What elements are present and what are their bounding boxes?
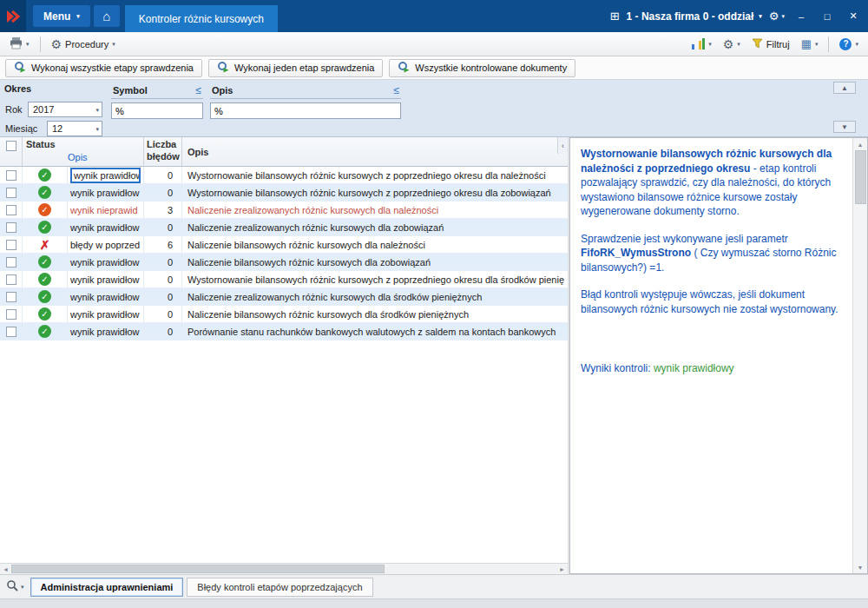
scroll-right-icon[interactable]: ► [556,566,568,572]
errors-cell: 3 [144,202,182,218]
tab-bledy-kontroli[interactable]: Błędy kontroli etapów poprzedzających [187,578,372,597]
maximize-button[interactable]: □ [818,7,837,26]
table-row[interactable]: błędy w poprzed 6 Naliczenie bilansowych… [0,236,568,254]
filter-button[interactable]: Filtruj [747,35,794,54]
procedury-button[interactable]: ⚙ Procedury ▾ [47,35,120,54]
chevron-down-icon: ▾ [708,41,712,47]
symbol-input[interactable] [111,102,203,119]
row-checkbox[interactable] [0,254,23,270]
opis-input[interactable] [210,102,401,119]
row-checkbox[interactable] [0,288,23,305]
grid-settings-button[interactable]: ⚙ ▾ [719,35,745,54]
apps-grid-icon[interactable]: ⊞ [610,10,620,23]
grid-header: Status Opis Liczba błędów Opis [0,137,568,167]
symbol-filter-group: Symbol ≤ [111,83,203,119]
row-checkbox[interactable] [0,236,23,253]
company-selector[interactable]: 1 - Nasza firma 0 - oddział ▾ [627,10,762,23]
row-checkbox[interactable] [0,323,23,340]
result-cell[interactable]: wynik prawidłow [68,288,144,305]
chart-button[interactable]: ▾ [687,35,716,54]
layout-button[interactable]: ▦ ▾ [797,35,823,54]
scrollbar-thumb[interactable] [855,150,866,204]
menu-button[interactable]: Menu ▾ [33,5,90,27]
scroll-up-icon[interactable]: ▲ [853,138,867,150]
status-ok-icon [38,255,51,268]
result-cell[interactable]: wynik nieprawid [68,202,144,218]
result-cell[interactable]: wynik prawidłow [68,306,144,322]
scroll-down-icon[interactable]: ▼ [853,561,867,573]
row-checkbox[interactable] [0,202,23,218]
procedures-icon: ⚙ [51,38,62,50]
settings-button[interactable]: ⚙ ▾ [769,10,785,23]
table-row[interactable]: wynik prawidłow 0 Wystornowanie bilansow… [0,271,568,288]
row-checkbox[interactable] [0,167,23,183]
filter-collapse-up-button[interactable]: ▲ [833,82,856,94]
search-button[interactable]: ▾ [3,579,27,594]
toolbar-separator [40,36,41,52]
scroll-left-icon[interactable]: ◄ [0,566,11,572]
result-editor[interactable]: wynik prawidłow [70,168,141,183]
home-button[interactable]: ⌂ [94,5,120,27]
condition-lte-icon[interactable]: ≤ [393,84,399,96]
result-cell[interactable]: błędy w poprzed [68,236,144,253]
row-checkbox[interactable] [0,219,23,235]
panel-collapse-button[interactable]: ‹ [557,137,568,154]
table-row[interactable]: wynik prawidłow 0 Wystornowanie bilansow… [0,167,568,184]
status-ok-icon [38,186,51,199]
select-all-checkbox[interactable] [0,137,23,166]
status-cell [23,323,68,340]
run-all-steps-button[interactable]: Wykonaj wszystkie etapy sprawdzenia [5,59,202,77]
scrollbar-track[interactable] [11,564,556,574]
horizontal-scrollbar[interactable]: ◄ ► [0,563,568,574]
detail-panel: Wystornowanie bilansowych różnic kursowy… [569,137,868,574]
result-cell[interactable]: wynik prawidłow [68,323,144,340]
row-checkbox[interactable] [0,184,23,201]
status-warning-icon [38,203,51,216]
rok-select[interactable]: 2017 ▾ [28,102,102,117]
table-row[interactable]: wynik prawidłow 0 Naliczenie bilansowych… [0,306,568,323]
documents-gear-icon [398,61,410,75]
print-button[interactable]: ▾ [5,35,34,54]
row-checkbox[interactable] [0,271,23,287]
table-row[interactable]: wynik prawidłow 0 Naliczenie zrealizowan… [0,219,568,236]
chevron-down-icon: ▾ [781,13,785,19]
result-cell[interactable]: wynik prawidłow [68,184,144,201]
miesiac-select[interactable]: 12 ▾ [47,121,102,136]
table-row[interactable]: wynik prawidłow 0 Porównanie stanu rachu… [0,323,568,340]
help-button[interactable]: ? ▾ [835,35,863,54]
errors-column-header[interactable]: Liczba błędów [144,137,182,166]
result-cell[interactable]: wynik prawidłow [68,271,144,287]
status-ok-icon [38,169,51,182]
filter-expand-down-button[interactable]: ▼ [833,121,856,133]
minimize-button[interactable]: – [792,7,811,26]
table-row[interactable]: wynik prawidłow 0 Naliczenie zrealizowan… [0,288,568,306]
filtruj-label: Filtruj [766,39,790,50]
all-controlled-documents-button[interactable]: Wszystkie kontrolowane dokumenty [389,59,575,77]
close-button[interactable]: ✕ [844,7,863,26]
status-opis-header-label[interactable]: Opis [68,152,143,162]
company-label: 1 - Nasza firma 0 - oddział [627,10,754,23]
table-row[interactable]: wynik prawidłow 0 Naliczenie bilansowych… [0,254,568,271]
row-checkbox[interactable] [0,306,23,322]
result-cell[interactable]: wynik prawidłow [68,254,144,270]
result-cell[interactable]: wynik prawidłow [68,167,144,183]
vertical-scrollbar[interactable]: ▲ ▼ [852,138,867,573]
grid-view-icon: ▦ [801,38,812,50]
table-row[interactable]: wynik prawidłow 0 Wystornowanie bilansow… [0,184,568,202]
status-cell [23,306,68,322]
tab-kontroler-roznic-kursowych[interactable]: Kontroler różnic kursowych [125,5,278,32]
description-column-header[interactable]: Opis [182,137,568,166]
run-one-step-button[interactable]: Wykonaj jeden etap sprawdzenia [208,59,383,77]
status-column-header[interactable]: Status Opis [23,137,144,166]
condition-lte-icon[interactable]: ≤ [195,84,201,96]
result-cell[interactable]: wynik prawidłow [68,219,144,235]
chevron-down-icon: ▾ [855,41,858,47]
scrollbar-thumb[interactable] [11,565,385,573]
status-cell [23,184,68,201]
chevron-down-icon: ▾ [112,41,115,47]
errors-cell: 0 [144,219,182,235]
tab-label: Błędy kontroli etapów poprzedzających [197,582,362,592]
tab-administracja-uprawnieniami[interactable]: Administracja uprawnieniami [30,578,184,597]
table-row[interactable]: wynik nieprawid 3 Naliczenie zrealizowan… [0,202,568,219]
errors-cell: 0 [144,288,182,305]
